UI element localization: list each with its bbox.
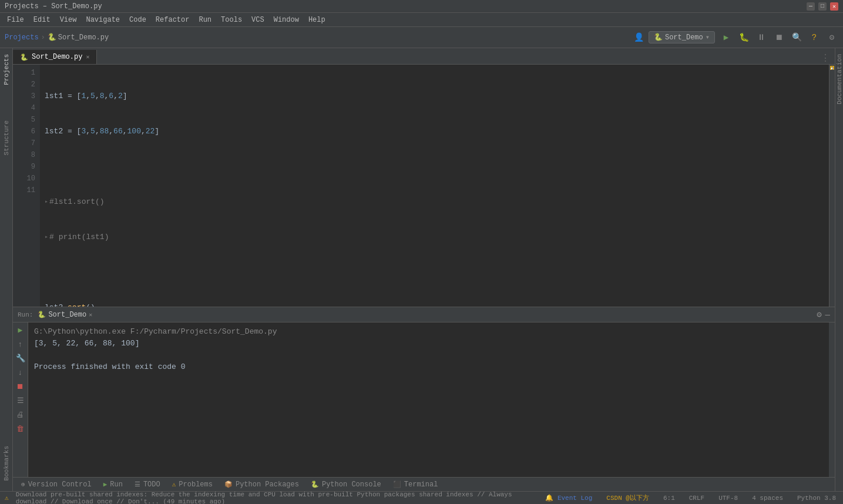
run-section: Run: 🐍 Sort_Demo ✕ ⚙ — ▶ ↑ 🔧 — [13, 307, 835, 477]
more-tabs-button[interactable]: ⋮ — [816, 52, 835, 64]
file-icon: 🐍 — [20, 53, 28, 61]
menu-item-window[interactable]: Window — [269, 15, 304, 25]
tab-problems[interactable]: ⚠ Problems — [166, 478, 219, 492]
run-tab-close[interactable]: ✕ — [89, 311, 92, 318]
right-sidebar: Documentation — [835, 48, 843, 491]
sidebar-tab-structure[interactable]: Structure — [1, 115, 12, 161]
debug-button[interactable]: 🐛 — [737, 31, 750, 44]
status-line-ending[interactable]: CRLF — [687, 495, 707, 502]
profile-button[interactable]: ⏹ — [773, 31, 785, 44]
line-numbers: 1 2 3 4 5 6 7 8 9 10 11 — [13, 65, 40, 307]
menu-item-edit[interactable]: Edit — [29, 15, 55, 25]
sidebar-tab-bookmarks[interactable]: Bookmarks — [1, 440, 12, 486]
terminal-icon: ⬛ — [393, 481, 401, 488]
editor-tab-sort-demo[interactable]: 🐍 Sort_Demo.py ✕ — [13, 50, 97, 64]
run-header-controls: ⚙ — — [817, 310, 830, 320]
status-encoding[interactable]: UTF-8 — [716, 495, 740, 502]
titlebar: Projects – Sort_Demo.py — □ ✕ — [0, 0, 843, 13]
tab-terminal[interactable]: ⬛ Terminal — [387, 478, 444, 492]
code-line-3 — [45, 161, 824, 173]
code-line-2: lst2 = [3,5,88,66,100,22] — [45, 126, 824, 137]
menu-item-refactor[interactable]: Refactor — [151, 15, 194, 25]
run-tab-name: Sort_Demo — [48, 311, 86, 319]
status-event-log[interactable]: 🔔 Event Log — [543, 494, 595, 502]
code-line-5: ▸# print(lst1) — [45, 231, 824, 243]
code-line-6 — [45, 267, 824, 278]
toolbar: Projects › 🐍 Sort_Demo.py 👤 🐍 Sort_Demo … — [0, 27, 843, 48]
minimize-button[interactable]: — — [807, 2, 815, 11]
settings-button[interactable]: ⚙ — [825, 31, 838, 44]
status-indent[interactable]: 4 spaces — [750, 495, 785, 502]
titlebar-title: Projects – Sort_Demo.py — [5, 2, 102, 11]
status-position[interactable]: 6:1 — [661, 495, 677, 502]
run-label: Run: — [18, 311, 33, 318]
statusbar-left: ⚠ Download pre-built shared indexes: Red… — [5, 491, 543, 505]
run-play-button[interactable]: ▶ — [15, 325, 26, 335]
menu-item-run[interactable]: Run — [194, 15, 216, 25]
run-settings-button[interactable]: ⚙ — [817, 310, 821, 320]
documentation-label[interactable]: Documentation — [835, 48, 844, 110]
run-print-button[interactable]: 🖨 — [15, 409, 26, 420]
run-stop-button[interactable]: ⏹ — [15, 381, 26, 392]
menu-item-tools[interactable]: Tools — [216, 15, 247, 25]
tab-run[interactable]: ▶ Run — [98, 478, 129, 492]
status-warning-icon: ⚠ — [5, 494, 9, 502]
run-icon: ▶ — [103, 481, 108, 488]
run-output-area[interactable]: G:\Python\python.exe F:/Pycharm/Projects… — [28, 322, 829, 477]
editor-gutter: ▲ 1 — [829, 65, 835, 307]
code-content[interactable]: lst1 = [1,5,8,6,2] lst2 = [3,5,88,66,100… — [40, 65, 829, 307]
sidebar-tab-projects[interactable]: Projects — [1, 48, 12, 91]
tab-close-button[interactable]: ✕ — [86, 53, 89, 61]
code-editor: 1 2 3 4 5 6 7 8 9 10 11 lst1 = [1,5,8,6,… — [13, 65, 835, 307]
status-csdn[interactable]: CSDN @以下方 — [604, 493, 651, 502]
run-body: ▶ ↑ 🔧 ↓ ⏹ ☰ 🖨 🗑 G:\Python\python.exe F:/… — [13, 322, 835, 477]
breadcrumb-file: 🐍 Sort_Demo.py — [48, 33, 109, 42]
run-hide-button[interactable]: — — [825, 310, 830, 320]
close-button[interactable]: ✕ — [830, 2, 838, 11]
menu-item-code[interactable]: Code — [125, 15, 151, 25]
menu-item-navigate[interactable]: Navigate — [81, 15, 125, 25]
run-output-list: [3, 5, 22, 66, 88, 100] — [34, 338, 823, 350]
editor-section: 🐍 Sort_Demo.py ✕ ⋮ 1 2 3 4 5 6 7 — [13, 48, 835, 307]
avatar-icon[interactable]: 👤 — [634, 32, 644, 42]
project-selector[interactable]: 🐍 Sort_Demo ▾ — [649, 31, 715, 43]
run-list-button[interactable]: ☰ — [15, 395, 26, 406]
run-delete-button[interactable]: 🗑 — [15, 424, 26, 434]
todo-icon: ☰ — [135, 481, 140, 488]
breadcrumb-projects[interactable]: Projects — [5, 33, 39, 42]
run-scrollbar[interactable] — [829, 322, 835, 477]
run-down-button[interactable]: ↓ — [15, 367, 26, 378]
run-button[interactable]: ▶ — [720, 31, 733, 44]
tab-version-control[interactable]: ⊕ Version Control — [15, 478, 98, 492]
maximize-button[interactable]: □ — [818, 2, 827, 11]
toolbar-right: 👤 🐍 Sort_Demo ▾ ▶ 🐛 ⏸ ⏹ 🔍 ? ⚙ — [634, 31, 838, 44]
menu-item-file[interactable]: File — [2, 15, 29, 25]
tab-python-console[interactable]: 🐍 Python Console — [305, 478, 387, 492]
menu-item-view[interactable]: View — [55, 15, 82, 25]
run-tab[interactable]: 🐍 Sort_Demo ✕ — [38, 311, 92, 319]
run-up-button[interactable]: ↑ — [15, 339, 26, 350]
tab-todo[interactable]: ☰ TODO — [129, 478, 166, 492]
code-line-1: lst1 = [1,5,8,6,2] — [45, 90, 824, 102]
editor-tabs: 🐍 Sort_Demo.py ✕ ⋮ — [13, 48, 835, 65]
menu-item-vcs[interactable]: VCS — [247, 15, 269, 25]
breadcrumb: Projects › 🐍 Sort_Demo.py — [5, 33, 109, 42]
help-button[interactable]: ? — [808, 31, 821, 44]
tab-label: Sort_Demo.py — [32, 53, 82, 61]
run-wrench-button[interactable]: 🔧 — [15, 353, 26, 364]
run-tab-icon: 🐍 — [38, 311, 46, 318]
statusbar-right: 🔔 Event Log CSDN @以下方 6:1 CRLF UTF-8 4 s… — [543, 493, 838, 502]
tab-python-packages[interactable]: 📦 Python Packages — [219, 478, 305, 492]
status-message[interactable]: Download pre-built shared indexes: Reduc… — [14, 491, 543, 505]
code-line-7: lst2.sort() — [45, 302, 824, 307]
python-console-icon: 🐍 — [311, 481, 319, 488]
menu-item-help[interactable]: Help — [304, 15, 330, 25]
statusbar: ⚠ Download pre-built shared indexes: Red… — [0, 491, 843, 504]
code-line-4: ▸#lst1.sort() — [45, 196, 824, 208]
search-button[interactable]: 🔍 — [790, 31, 803, 44]
menubar: FileEditViewNavigateCodeRefactorRunTools… — [0, 13, 843, 27]
run-left-bar: ▶ ↑ 🔧 ↓ ⏹ ☰ 🖨 🗑 — [13, 322, 28, 477]
coverage-button[interactable]: ⏸ — [755, 31, 768, 44]
status-python-version[interactable]: Python 3.8 — [795, 495, 838, 502]
run-cmd-line: G:\Python\python.exe F:/Pycharm/Projects… — [34, 326, 823, 338]
